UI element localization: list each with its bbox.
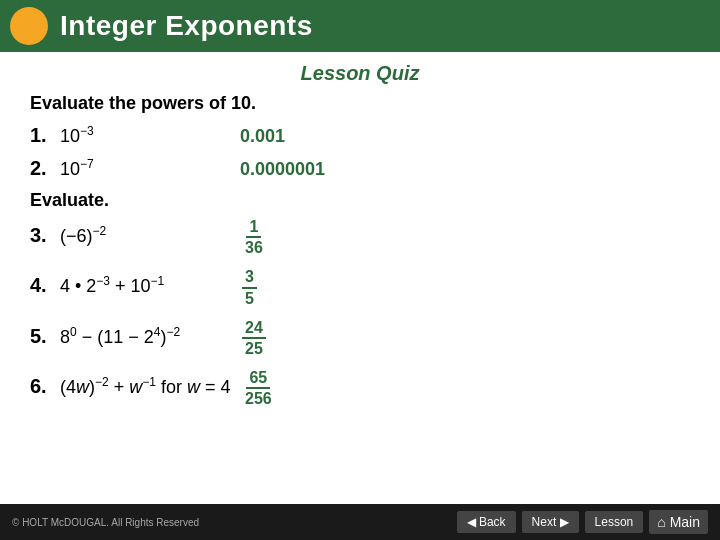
fraction-3: 1 36 <box>242 217 266 257</box>
problem-3-number: 3. <box>30 224 60 247</box>
problem-5-row: 5. 80 − (11 − 24)−2 24 25 <box>30 318 690 358</box>
page-title: Integer Exponents <box>60 10 313 42</box>
lesson-button[interactable]: Lesson <box>585 511 644 533</box>
header-bar: Integer Exponents <box>0 0 720 52</box>
evaluate-powers-intro: Evaluate the powers of 10. <box>30 93 690 114</box>
fraction-6-num: 65 <box>246 368 270 389</box>
fraction-6: 65 256 <box>242 368 275 408</box>
problem-1-row: 1. 10−3 0.001 <box>30 124 690 147</box>
problem-3-row: 3. (−6)−2 1 36 <box>30 217 690 257</box>
header-circle-icon <box>10 7 48 45</box>
fraction-3-num: 1 <box>246 217 261 238</box>
evaluate-section-label: Evaluate. <box>30 190 690 211</box>
main-home-button[interactable]: ⌂ Main <box>649 510 708 534</box>
nav-buttons: ◀ Back Next ▶ Lesson ⌂ Main <box>457 510 708 534</box>
problem-6-row: 6. (4w)−2 + w−1 for w = 4 65 256 <box>30 368 690 408</box>
problem-3-answer: 1 36 <box>240 217 268 257</box>
problem-2-number: 2. <box>30 157 60 180</box>
problem-5-number: 5. <box>30 325 60 348</box>
problem-6-answer: 65 256 <box>240 368 277 408</box>
next-button[interactable]: Next ▶ <box>522 511 579 533</box>
fraction-4-den: 5 <box>242 289 257 308</box>
fraction-5: 24 25 <box>242 318 266 358</box>
problem-1-number: 1. <box>30 124 60 147</box>
copyright-text: © HOLT McDOUGAL. All Rights Reserved <box>12 517 199 528</box>
problem-3-expr: (−6)−2 <box>60 224 240 247</box>
problem-4-number: 4. <box>30 274 60 297</box>
fraction-6-den: 256 <box>242 389 275 408</box>
problem-6-expr: (4w)−2 + w−1 for w = 4 <box>60 375 240 398</box>
problem-5-expr: 80 − (11 − 24)−2 <box>60 325 240 348</box>
problem-4-expr: 4 • 2−3 + 10−1 <box>60 274 240 297</box>
problem-4-answer: 3 5 <box>240 267 259 307</box>
fraction-5-num: 24 <box>242 318 266 339</box>
fraction-4: 3 5 <box>242 267 257 307</box>
problem-5-answer: 24 25 <box>240 318 268 358</box>
fraction-4-num: 3 <box>242 267 257 288</box>
lesson-quiz-title: Lesson Quiz <box>30 62 690 85</box>
problem-6-number: 6. <box>30 375 60 398</box>
problem-1-answer: 0.001 <box>240 126 285 147</box>
problem-2-expr: 10−7 <box>60 157 240 180</box>
footer-bar: © HOLT McDOUGAL. All Rights Reserved ◀ B… <box>0 504 720 540</box>
problem-4-row: 4. 4 • 2−3 + 10−1 3 5 <box>30 267 690 307</box>
main-content: Lesson Quiz Evaluate the powers of 10. 1… <box>0 52 720 429</box>
problem-2-row: 2. 10−7 0.0000001 <box>30 157 690 180</box>
fraction-5-den: 25 <box>242 339 266 358</box>
problem-2-answer: 0.0000001 <box>240 159 325 180</box>
problem-1-expr: 10−3 <box>60 124 240 147</box>
back-button[interactable]: ◀ Back <box>457 511 516 533</box>
fraction-3-den: 36 <box>242 238 266 257</box>
